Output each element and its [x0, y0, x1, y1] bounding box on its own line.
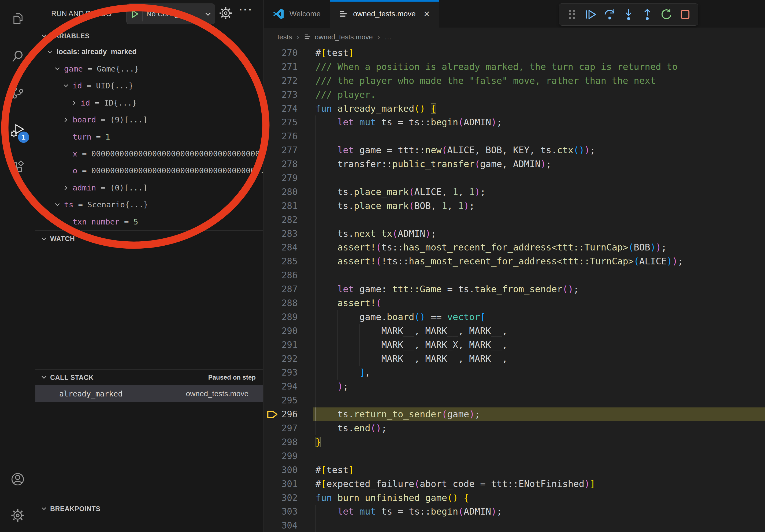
glyph-margin	[264, 505, 281, 519]
code-content: fun burn_unfinished_game() {	[298, 491, 765, 505]
code-line[interactable]: 296 ts.return_to_sender(game);	[264, 407, 765, 421]
explorer-button[interactable]	[0, 4, 35, 34]
code-line[interactable]: 281 ts.place_mark(BOB, 1, 1);	[264, 199, 765, 213]
breakpoints-section-header[interactable]: BREAKPOINTS	[35, 502, 263, 515]
code-line[interactable]: 270#[test]	[264, 46, 765, 60]
chevron-down-icon[interactable]	[46, 49, 57, 56]
code-line[interactable]: 282	[264, 213, 765, 227]
current-frame-indicator-icon[interactable]	[264, 407, 281, 421]
indent-guide	[316, 130, 316, 143]
line-number: 297	[281, 421, 298, 435]
step-into-button[interactable]	[622, 8, 635, 21]
tab-owned-tests-move[interactable]: owned_tests.move ×	[330, 0, 439, 28]
accounts-button[interactable]	[0, 464, 35, 494]
close-icon[interactable]: ×	[424, 9, 430, 19]
breadcrumb-item-symbol[interactable]: …	[384, 33, 391, 41]
code-line[interactable]: 272/// the player who made the "false" m…	[264, 74, 765, 88]
code-line[interactable]: 284 assert!(ts::has_most_recent_for_addr…	[264, 241, 765, 254]
code-line[interactable]: 274fun already_marked() {	[264, 102, 765, 116]
code-line[interactable]: 273/// player.	[264, 88, 765, 102]
code-line[interactable]: 279	[264, 171, 765, 185]
equals: =	[83, 64, 97, 73]
code-line[interactable]: 293 ],	[264, 366, 765, 380]
run-and-debug-button[interactable]: 1	[0, 116, 35, 145]
continue-button[interactable]	[584, 8, 598, 21]
code-line[interactable]: 276	[264, 130, 765, 143]
code-line[interactable]: 303 let mut ts = ts::begin(ADMIN);	[264, 505, 765, 519]
code-line[interactable]: 297 ts.end();	[264, 421, 765, 435]
variable-row[interactable]: o = 000000000000000000000000000000000000…	[35, 162, 263, 179]
extensions-button[interactable]	[0, 152, 35, 182]
search-button[interactable]	[0, 41, 35, 71]
more-actions-button[interactable]: ···	[239, 4, 253, 16]
code-line[interactable]: 290 MARK__, MARK__, MARK__,	[264, 324, 765, 338]
glyph-margin	[264, 60, 281, 74]
code-line[interactable]: 289 game.board() == vector[	[264, 310, 765, 324]
drag-grip-icon[interactable]	[565, 8, 579, 21]
code-line[interactable]: 285 assert!(!ts::has_most_recent_for_add…	[264, 254, 765, 268]
launch-config-select[interactable]: No Configur	[143, 10, 201, 18]
variable-row[interactable]: admin = (0)[...]	[35, 179, 263, 196]
code-line[interactable]: 275 let mut ts = ts::begin(ADMIN);	[264, 116, 765, 130]
variable-row[interactable]: board = (9)[...]	[35, 112, 263, 128]
step-out-button[interactable]	[640, 8, 654, 21]
step-over-button[interactable]	[603, 8, 617, 21]
code-content: ts.return_to_sender(game);	[298, 407, 765, 421]
watch-section-header[interactable]: WATCH	[35, 230, 263, 247]
chevron-down-icon[interactable]	[54, 201, 64, 208]
code-line[interactable]: 280 ts.place_mark(ALICE, 1, 1);	[264, 185, 765, 199]
line-number: 280	[281, 185, 298, 199]
chevron-down-icon[interactable]	[54, 65, 64, 72]
variable-row[interactable]: id = ID{...}	[35, 94, 263, 111]
stop-button[interactable]	[678, 8, 692, 21]
variable-value: (0)[...]	[110, 183, 148, 192]
code-line[interactable]: 291 MARK__, MARK_X, MARK__,	[264, 338, 765, 352]
call-stack-frame[interactable]: already_markedowned_tests.move	[35, 385, 263, 402]
code-area[interactable]: 270#[test]271/// When a position is alre…	[264, 46, 765, 532]
variable-row[interactable]: locals: already_marked	[35, 43, 263, 60]
variable-row[interactable]: turn = 1	[35, 128, 263, 145]
chevron-down-icon[interactable]	[62, 82, 73, 89]
code-line[interactable]: 300#[test]	[264, 463, 765, 477]
code-line[interactable]: 286	[264, 268, 765, 282]
code-line[interactable]: 288 assert!(	[264, 296, 765, 310]
settings-button[interactable]	[0, 501, 35, 530]
tab-welcome[interactable]: Welcome	[264, 0, 330, 28]
source-control-button[interactable]	[0, 78, 35, 108]
code-line[interactable]: 278 transfer::public_transfer(game, ADMI…	[264, 157, 765, 171]
restart-button[interactable]	[659, 8, 673, 21]
variable-name: turn	[73, 132, 91, 141]
code-line[interactable]: 271/// When a position is already marked…	[264, 60, 765, 74]
chevron-right-icon[interactable]	[62, 184, 73, 191]
variable-value: Game{...}	[97, 64, 139, 73]
code-line[interactable]: 299	[264, 449, 765, 463]
variables-section-header[interactable]: VARIABLES	[35, 28, 263, 43]
code-line[interactable]: 287 let game: ttt::Game = ts.take_from_s…	[264, 282, 765, 296]
code-line[interactable]: 292 MARK__, MARK__, MARK__,	[264, 352, 765, 366]
variable-row[interactable]: id = UID{...}	[35, 78, 263, 94]
debug-settings-button[interactable]	[219, 6, 233, 20]
code-line[interactable]: 283 ts.next_tx(ADMIN);	[264, 227, 765, 241]
variable-row[interactable]: ts = Scenario{...}	[35, 196, 263, 213]
code-line[interactable]: 298}	[264, 435, 765, 449]
call-stack-section-header[interactable]: CALL STACK Paused on step	[35, 370, 263, 385]
code-line[interactable]: 304	[264, 519, 765, 532]
tab-label: owned_tests.move	[353, 10, 415, 18]
code-line[interactable]: 277 let game = ttt::new(ALICE, BOB, KEY,…	[264, 143, 765, 157]
breadcrumb-item-tests[interactable]: tests	[278, 33, 292, 41]
variable-row[interactable]: x = 000000000000000000000000000000000000…	[35, 145, 263, 162]
variable-row[interactable]: game = Game{...}	[35, 60, 263, 77]
activity-bar: 1	[0, 0, 35, 532]
chevron-right-icon[interactable]	[71, 100, 81, 106]
equals: =	[90, 98, 104, 108]
code-line[interactable]: 302fun burn_unfinished_game() {	[264, 491, 765, 505]
code-line[interactable]: 301#[expected_failure(abort_code = ttt::…	[264, 477, 765, 491]
source-control-icon	[11, 86, 25, 100]
chevron-right-icon[interactable]	[62, 116, 73, 123]
code-line[interactable]: 295	[264, 394, 765, 407]
chevron-down-icon[interactable]	[201, 10, 215, 18]
code-line[interactable]: 294 );	[264, 380, 765, 394]
breadcrumb-item-file[interactable]: owned_tests.move	[315, 33, 373, 41]
variable-row[interactable]: txn_number = 5	[35, 213, 263, 230]
start-debugging-button[interactable]	[127, 6, 143, 21]
